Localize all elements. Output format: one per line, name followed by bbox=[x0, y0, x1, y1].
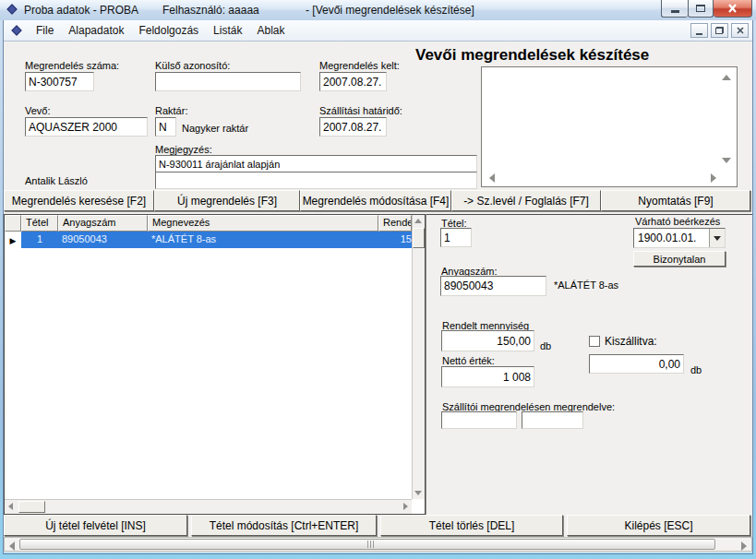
note-input-line1[interactable] bbox=[155, 155, 477, 172]
supplier-order-input-2[interactable] bbox=[522, 411, 583, 429]
customer-input[interactable] bbox=[25, 117, 148, 137]
mdi-close-icon bbox=[737, 27, 744, 34]
dropdown-button[interactable] bbox=[709, 229, 725, 247]
item-number-input[interactable] bbox=[440, 228, 472, 247]
new-order-button[interactable]: Új megrendelés [F3] bbox=[154, 190, 300, 211]
grid-header-rendeles: Rendelés bbox=[378, 215, 412, 232]
customer-label: Vevő: bbox=[25, 105, 51, 116]
delivery-deadline-label: Szállítási határidő: bbox=[319, 105, 402, 116]
minimize-icon bbox=[671, 10, 679, 13]
scroll-left-icon[interactable] bbox=[489, 173, 495, 183]
print-button[interactable]: Nyomtatás [F9] bbox=[601, 190, 750, 211]
modify-item-button[interactable]: Tétel módosítás [Ctrl+ENTER] bbox=[191, 515, 377, 536]
row-indicator-icon: ▶ bbox=[5, 232, 21, 248]
order-number-label: Megrendelés száma: bbox=[25, 60, 119, 71]
table-row[interactable]: ▶ 1 89050043 *ALÁTÉT 8-as 15 bbox=[5, 232, 425, 248]
title-bar: Proba adatok - PROBA Felhasználó: aaaaa … bbox=[0, 0, 756, 20]
expected-arrival-value: 1900.01.01. bbox=[634, 229, 709, 247]
shipped-checkbox[interactable] bbox=[589, 336, 600, 347]
grid-horizontal-scrollbar[interactable] bbox=[5, 499, 412, 514]
maximize-button[interactable] bbox=[688, 0, 714, 18]
menu-bar: File Alapadatok Feldolgozás Listák Ablak bbox=[4, 20, 752, 42]
menu-listak[interactable]: Listák bbox=[206, 21, 249, 40]
items-grid: Tétel Anyagszám Megnevezés Rendelés ▶ 1 … bbox=[4, 214, 426, 515]
window-scroll-left-icon[interactable] bbox=[9, 541, 15, 551]
delivery-deadline-input[interactable] bbox=[319, 117, 387, 137]
grid-header-anyagszam: Anyagszám bbox=[58, 215, 148, 232]
page-title: Vevői megrendelések készítése bbox=[415, 46, 649, 65]
application-window: Proba adatok - PROBA Felhasználó: aaaaa … bbox=[0, 0, 756, 559]
grid-scroll-down-icon[interactable] bbox=[414, 491, 422, 495]
grid-header-megnevezes: Megnevezés bbox=[148, 215, 378, 232]
search-order-button[interactable]: Megrendelés keresése [F2] bbox=[4, 190, 154, 211]
summary-listbox bbox=[481, 66, 738, 187]
scroll-right-icon[interactable] bbox=[711, 173, 716, 183]
scroll-down-icon[interactable] bbox=[722, 158, 731, 163]
panel-top-border bbox=[426, 214, 752, 215]
client-area: Megrendelés száma: Külső azonosító: Megr… bbox=[4, 42, 752, 553]
app-title: Proba adatok - PROBA bbox=[24, 4, 138, 17]
supplier-order-input-1[interactable] bbox=[441, 411, 517, 429]
cell-rendeles: 15 bbox=[378, 232, 412, 248]
window-controls bbox=[661, 0, 752, 18]
mdi-restore-icon bbox=[715, 27, 724, 34]
grid-scroll-up-icon[interactable] bbox=[414, 219, 422, 223]
grid-hscroll-thumb[interactable] bbox=[18, 501, 45, 513]
grid-header-row: Tétel Anyagszám Megnevezés Rendelés bbox=[5, 215, 425, 232]
menu-feldolgozas[interactable]: Feldolgozás bbox=[131, 21, 206, 40]
minimize-button[interactable] bbox=[661, 0, 688, 18]
window-hscroll-thumb[interactable] bbox=[19, 539, 715, 550]
mdi-child-icon bbox=[11, 25, 25, 37]
material-name-label: *ALÁTÉT 8-as bbox=[554, 280, 618, 291]
order-date-label: Megrendelés kelt: bbox=[319, 60, 400, 71]
shipped-qty-unit-label: db bbox=[690, 364, 702, 375]
order-number-input[interactable] bbox=[25, 72, 94, 91]
exit-button[interactable]: Kilépés [ESC] bbox=[567, 515, 750, 536]
mdi-minimize-icon bbox=[696, 33, 702, 35]
external-id-label: Külső azonosító: bbox=[155, 60, 230, 71]
external-id-input[interactable] bbox=[155, 72, 301, 91]
shipped-label: Kiszállitva: bbox=[605, 335, 657, 348]
mdi-minimize-button[interactable] bbox=[690, 23, 708, 38]
mdi-window-controls bbox=[688, 23, 749, 38]
order-date-input[interactable] bbox=[319, 72, 387, 91]
window-horizontal-scrollbar[interactable] bbox=[4, 537, 752, 552]
grid-vertical-scrollbar[interactable] bbox=[412, 215, 425, 499]
grid-scroll-left-icon[interactable] bbox=[8, 503, 13, 510]
expected-arrival-combobox[interactable]: 1900.01.01. bbox=[633, 228, 726, 248]
material-number-input[interactable] bbox=[440, 276, 546, 296]
app-icon bbox=[6, 4, 18, 16]
panel-divider bbox=[426, 214, 426, 515]
maximize-icon bbox=[696, 5, 705, 12]
net-value-input[interactable] bbox=[441, 366, 534, 387]
close-icon bbox=[727, 4, 738, 13]
uncertain-button[interactable]: Bizonytalan bbox=[633, 251, 726, 267]
expected-arrival-label: Várható beérkezés bbox=[635, 216, 720, 227]
ordered-qty-unit-label: db bbox=[540, 340, 551, 351]
cell-tetel: 1 bbox=[21, 232, 58, 248]
grid-scroll-right-icon[interactable] bbox=[403, 503, 408, 510]
delete-item-button[interactable]: Tétel törlés [DEL] bbox=[380, 515, 563, 536]
menu-ablak[interactable]: Ablak bbox=[249, 21, 292, 40]
note-input-line2[interactable] bbox=[155, 172, 477, 189]
mdi-close-button[interactable] bbox=[731, 23, 749, 38]
new-item-button[interactable]: Új tétel felvétel [INS] bbox=[4, 515, 187, 536]
ordered-qty-input[interactable] bbox=[441, 330, 534, 351]
cell-megnevezes: *ALÁTÉT 8-as bbox=[148, 232, 378, 248]
warehouse-label: Raktár: bbox=[155, 105, 187, 116]
menu-file[interactable]: File bbox=[29, 21, 61, 40]
menu-alapadatok[interactable]: Alapadatok bbox=[61, 21, 131, 40]
modify-order-button[interactable]: Megrendelés módosítása [F4] bbox=[300, 190, 451, 211]
contact-name-label: Antalik László bbox=[25, 175, 88, 186]
window-scroll-right-icon[interactable] bbox=[741, 541, 747, 551]
grid-vscroll-thumb[interactable] bbox=[413, 228, 425, 248]
warehouse-name-label: Nagyker raktár bbox=[182, 123, 248, 134]
scroll-up-icon[interactable] bbox=[722, 75, 731, 80]
document-title: - [Vevői megrendelések készítése] bbox=[306, 4, 474, 17]
mdi-restore-button[interactable] bbox=[711, 23, 728, 38]
shipped-qty-input[interactable] bbox=[589, 354, 684, 374]
user-label: Felhasználó: aaaaa bbox=[162, 4, 259, 17]
warehouse-code-input[interactable] bbox=[155, 117, 176, 137]
delivery-note-button[interactable]: -> Sz.levél / Foglalás [F7] bbox=[451, 190, 601, 211]
close-button[interactable] bbox=[714, 0, 752, 18]
